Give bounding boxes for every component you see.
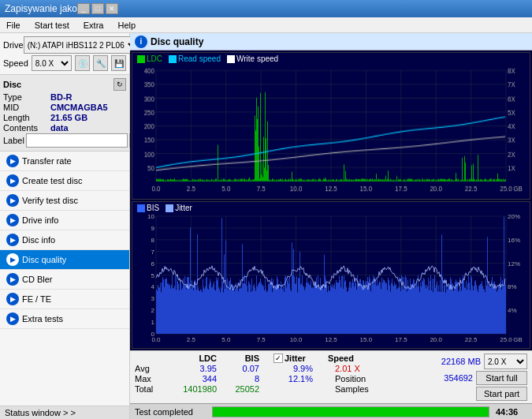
max-jitter: 12.1%: [273, 374, 313, 383]
stats-table: LDC BIS ✓ Jitter Speed Avg 3.95 0.07 9.9…: [135, 354, 426, 394]
chart2-container: BIS Jitter: [132, 201, 530, 349]
ldc-legend: LDC: [137, 54, 162, 63]
menu-start-test[interactable]: Start test: [32, 20, 73, 31]
nav-item-extra-tests[interactable]: ▶ Extra tests: [0, 309, 129, 329]
drive-section: Drive (N:) ATAPI iHBS112 2 PL06 ⏏ Speed …: [0, 33, 129, 75]
length-label: Length: [3, 113, 50, 122]
disc-title: Disc: [3, 80, 21, 89]
verify-test-disc-icon: ▶: [6, 194, 19, 207]
stats-area: LDC BIS ✓ Jitter Speed Avg 3.95 0.07 9.9…: [130, 350, 532, 403]
readspeed-legend: Read speed: [169, 54, 221, 63]
transfer-rate-icon: ▶: [6, 155, 19, 167]
samples-label: Samples: [335, 384, 374, 394]
nav-item-transfer-rate[interactable]: ▶ Transfer rate: [0, 152, 129, 171]
samples-val: 354692: [444, 373, 473, 383]
label-input[interactable]: [26, 133, 128, 148]
jitter-legend: Jitter: [166, 204, 192, 212]
ldc-color: [137, 55, 145, 63]
nav-item-fe-te[interactable]: ▶ FE / TE: [0, 290, 129, 309]
content-area: i Disc quality LDC Read speed: [130, 33, 532, 419]
test-status: Test completed: [135, 407, 206, 417]
close-btn[interactable]: ✕: [106, 3, 118, 14]
extra-tests-icon: ▶: [6, 312, 19, 325]
contents-val: data: [50, 123, 69, 133]
chart1-container: LDC Read speed Write speed: [132, 52, 530, 200]
writespeed-color: [227, 55, 235, 63]
verify-test-disc-label: Verify test disc: [22, 196, 78, 205]
avg-ldc: 3.95: [166, 364, 217, 373]
stats-right: 22168 MB 2.0 X 354692 Start full Start p…: [433, 354, 527, 401]
jitter-color: [166, 204, 173, 212]
chart2-legend: BIS Jitter: [134, 203, 195, 213]
cd-bler-label: CD Bler: [22, 275, 53, 284]
drive-icon-2[interactable]: 🔧: [93, 55, 108, 71]
speed-label: Speed: [3, 58, 28, 68]
start-full-btn[interactable]: Start full: [476, 371, 527, 385]
bis-header: BIS: [220, 354, 259, 363]
create-test-disc-icon: ▶: [6, 174, 19, 187]
readspeed-color: [169, 55, 177, 63]
disc-quality-label: Disc quality: [22, 255, 66, 264]
disc-info-icon: ▶: [6, 234, 19, 246]
nav-item-cd-bler[interactable]: ▶ CD Bler: [0, 270, 129, 290]
avg-bis: 0.07: [220, 364, 259, 373]
progress-bar-fill: [213, 407, 489, 417]
menu-help[interactable]: Help: [114, 20, 139, 31]
position-label: Position: [335, 374, 374, 383]
speed-header: Speed: [328, 354, 367, 363]
jitter-header: Jitter: [285, 354, 306, 363]
chart1-canvas: [132, 53, 530, 199]
bis-color: [137, 204, 145, 212]
nav-item-create-test-disc[interactable]: ▶ Create test disc: [0, 171, 129, 191]
bottom-bar: Test completed 44:36: [130, 403, 532, 419]
bis-label: BIS: [147, 204, 159, 212]
speed-select-small[interactable]: 2.0 X: [484, 354, 527, 369]
max-ldc: 344: [166, 374, 217, 383]
drive-select[interactable]: (N:) ATAPI iHBS112 2 PL06: [24, 36, 139, 54]
position-val: 22168 MB: [441, 357, 481, 366]
type-val: BD-R: [50, 92, 73, 102]
disc-quality-icon: ▶: [6, 253, 19, 266]
drive-icon-1[interactable]: 💿: [75, 55, 90, 71]
menu-bar: File Start test Extra Help: [0, 17, 532, 33]
disc-info-label: Disc info: [22, 235, 55, 245]
charts-container: LDC Read speed Write speed: [130, 51, 532, 350]
drive-save-btn[interactable]: 💾: [111, 55, 126, 71]
drive-label: Drive: [3, 40, 24, 50]
writespeed-legend: Write speed: [227, 54, 278, 63]
status-window[interactable]: Status window > >: [0, 406, 129, 419]
ldc-label: LDC: [147, 54, 162, 63]
writespeed-label: Write speed: [236, 54, 278, 63]
readspeed-label: Read speed: [178, 54, 221, 63]
maximize-btn[interactable]: □: [91, 3, 104, 14]
nav-item-disc-quality[interactable]: ▶ Disc quality: [0, 250, 129, 270]
progress-bar-container: [212, 406, 489, 417]
avg-jitter: 9.9%: [273, 364, 313, 373]
total-label: Total: [135, 384, 162, 394]
jitter-checkbox: ✓: [273, 354, 283, 363]
type-label: Type: [3, 92, 50, 102]
title-bar: Zapisywanie jako _ □ ✕: [0, 0, 532, 17]
fe-te-label: FE / TE: [22, 294, 51, 304]
status-window-label: Status window > >: [5, 408, 76, 417]
nav-items: ▶ Transfer rate ▶ Create test disc ▶ Ver…: [0, 152, 129, 406]
nav-item-verify-test-disc[interactable]: ▶ Verify test disc: [0, 191, 129, 211]
drive-info-label: Drive info: [22, 215, 58, 225]
speed-select[interactable]: 8.0 X: [32, 55, 72, 71]
menu-extra[interactable]: Extra: [80, 20, 107, 31]
start-part-btn[interactable]: Start part: [476, 387, 527, 401]
nav-item-disc-info[interactable]: ▶ Disc info: [0, 230, 129, 250]
jitter-section: ✓ Jitter: [273, 354, 306, 363]
total-ldc: 1401980: [166, 384, 217, 394]
nav-item-drive-info[interactable]: ▶ Drive info: [0, 211, 129, 230]
disc-refresh-icon[interactable]: ↻: [113, 78, 126, 91]
dq-icon: i: [135, 36, 147, 48]
menu-file[interactable]: File: [3, 20, 24, 31]
mid-val: CMCMAGBA5: [50, 103, 108, 112]
disc-section: Disc ↻ Type BD-R MID CMCMAGBA5 Length 21…: [0, 75, 129, 152]
create-test-disc-label: Create test disc: [22, 176, 82, 185]
ldc-header: LDC: [166, 354, 217, 363]
avg-label: Avg: [135, 364, 162, 373]
fe-te-icon: ▶: [6, 293, 19, 305]
minimize-btn[interactable]: _: [77, 3, 90, 14]
